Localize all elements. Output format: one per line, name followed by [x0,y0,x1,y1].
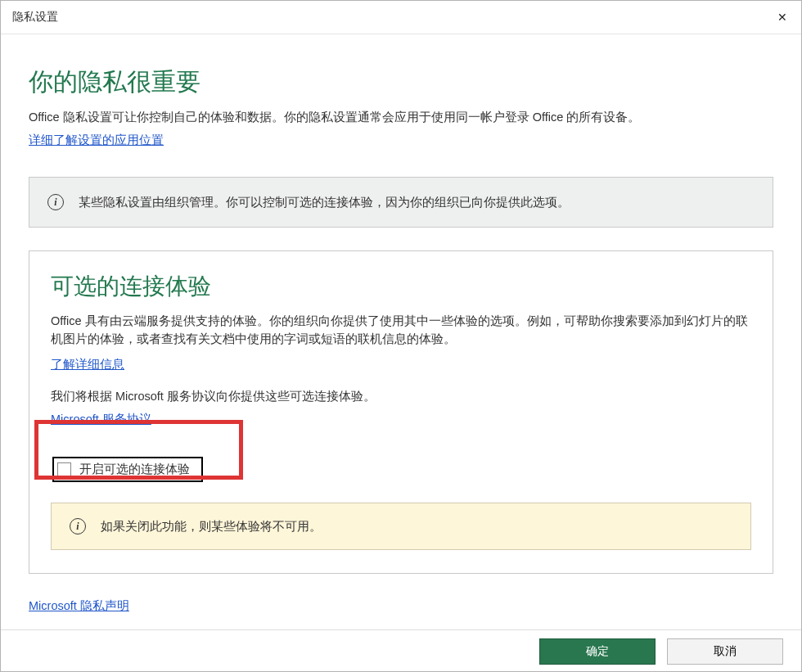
section-description: Office 具有由云端服务提供支持的体验。你的组织向你提供了使用其中一些体验的… [51,312,751,349]
org-managed-text: 某些隐私设置由组织管理。你可以控制可选的连接体验，因为你的组织已向你提供此选项。 [79,195,570,210]
ok-button[interactable]: 确定 [539,638,656,665]
optional-connected-experiences-section: 可选的连接体验 Office 具有由云端服务提供支持的体验。你的组织向你提供了使… [29,250,773,574]
ms-service-agreement-link[interactable]: Microsoft 服务协议 [51,413,151,426]
disabled-warning-notice: i 如果关闭此功能，则某些体验将不可用。 [51,503,751,550]
learn-more-app-locations-link[interactable]: 详细了解设置的应用位置 [29,133,164,147]
learn-more-optional-link[interactable]: 了解详细信息 [51,358,124,371]
close-button[interactable]: ✕ [764,1,801,34]
page-description: Office 隐私设置可让你控制自己的体验和数据。你的隐私设置通常会应用于使用同… [29,109,773,126]
ms-privacy-statement-link[interactable]: Microsoft 隐私声明 [29,599,129,612]
button-bar: 确定 取消 [1,629,801,672]
content-area: 你的隐私很重要 Office 隐私设置可让你控制自己的体验和数据。你的隐私设置通… [1,34,801,629]
org-managed-notice: i 某些隐私设置由组织管理。你可以控制可选的连接体验，因为你的组织已向你提供此选… [29,177,773,228]
enable-optional-checkbox[interactable] [57,462,71,476]
disabled-warning-text: 如果关闭此功能，则某些体验将不可用。 [101,519,322,534]
info-icon: i [70,518,86,534]
enable-optional-label: 开启可选的连接体验 [79,462,190,477]
privacy-settings-window: 隐私设置 ✕ 你的隐私很重要 Office 隐私设置可让你控制自己的体验和数据。… [0,0,802,672]
page-title: 你的隐私很重要 [29,65,773,99]
agreement-text: 我们将根据 Microsoft 服务协议向你提供这些可选连接体验。 [51,387,751,405]
window-title: 隐私设置 [12,10,58,25]
cancel-button[interactable]: 取消 [667,638,783,665]
close-icon: ✕ [777,11,787,24]
enable-optional-control[interactable]: 开启可选的连接体验 [52,457,203,482]
enable-optional-row: 开启可选的连接体验 [52,457,751,482]
titlebar: 隐私设置 ✕ [1,1,801,34]
info-icon: i [47,194,64,210]
section-title: 可选的连接体验 [51,271,751,302]
